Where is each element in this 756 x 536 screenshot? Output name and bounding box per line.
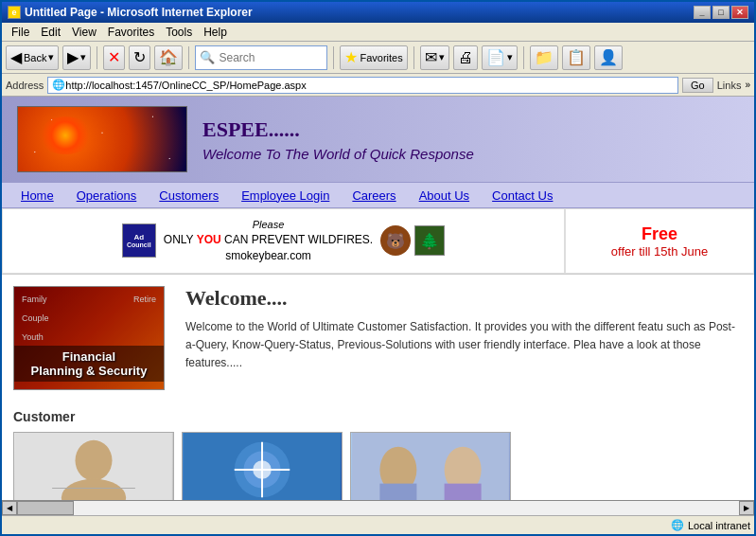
refresh-button[interactable]: ↻ (129, 45, 150, 70)
scroll-right-button[interactable]: ▶ (739, 501, 754, 515)
customer-image-1 (13, 432, 174, 500)
browser-window: e Untitled Page - Microsoft Internet Exp… (0, 0, 756, 536)
forward-button[interactable]: ▶ ▾ (62, 45, 91, 70)
toolbar-separator-4 (413, 46, 414, 69)
edit-button[interactable]: 📄 ▾ (482, 45, 518, 70)
nav-bar: Home Operations Customers Employee Login… (2, 182, 754, 208)
refresh-icon: ↻ (133, 48, 146, 66)
media-button[interactable]: 📋 (562, 45, 590, 70)
smokey-icons: 🐻 🌲 (380, 225, 445, 256)
menu-help[interactable]: Help (198, 24, 233, 41)
status-bar: 🌐 Local intranet (2, 515, 754, 534)
page-icon: 🌐 (52, 79, 65, 91)
glow-decoration (37, 116, 94, 154)
page-scroll-wrapper[interactable]: ESPEE...... Welcome To The World of Quic… (2, 97, 754, 500)
search-icon: 🔍 (200, 50, 215, 64)
mail-icon: ✉ (425, 48, 437, 66)
print-button[interactable]: 🖨 (453, 45, 478, 70)
site-subtitle: Welcome To The World of Quick Response (202, 146, 474, 162)
banner-area: Ad Council Please ONLY YOU CAN PREVENT W… (2, 208, 754, 275)
svg-rect-10 (352, 433, 509, 500)
messenger-button[interactable]: 👤 (594, 45, 623, 70)
nav-employee-login[interactable]: Employee Login (230, 185, 341, 206)
edit-icon: 📄 (486, 48, 505, 66)
favorites-star-icon: ★ (344, 48, 358, 66)
main-content: Family Retire Couple Youth FinancialPlan… (2, 275, 754, 402)
menu-file[interactable]: File (6, 24, 35, 41)
menu-view[interactable]: View (66, 24, 102, 41)
back-icon: ◀ (10, 48, 22, 66)
title-bar-left: e Untitled Page - Microsoft Internet Exp… (8, 6, 253, 19)
content-area: ESPEE...... Welcome To The World of Quic… (2, 97, 754, 515)
zone-icon: 🌐 (671, 519, 684, 531)
edit-dropdown-icon[interactable]: ▾ (507, 51, 513, 63)
council-text: Council (127, 241, 151, 248)
welcome-title: Welcome.... (185, 286, 743, 311)
horizontal-scrollbar[interactable]: ◀ ▶ (2, 500, 754, 515)
you-text: YOU (197, 233, 221, 246)
free-label: Free (642, 224, 677, 244)
minimize-button[interactable]: _ (694, 6, 711, 19)
favorites-button[interactable]: ★ Favorites (340, 45, 407, 70)
sidebar-image: Family Retire Couple Youth FinancialPlan… (13, 286, 165, 390)
banner-right: Free offer till 15th June (565, 208, 754, 274)
forward-icon: ▶ (67, 48, 79, 66)
svg-rect-14 (445, 484, 482, 500)
header-text: ESPEE...... Welcome To The World of Quic… (202, 117, 474, 162)
toolbar: ◀ Back ▾ ▶ ▾ ✕ ↻ 🏠 🔍 ★ Favorites ✉ (2, 42, 754, 74)
nav-contact-us[interactable]: Contact Us (481, 185, 564, 206)
links-label[interactable]: Links (717, 80, 742, 91)
scroll-track[interactable] (17, 501, 739, 515)
address-label: Address (6, 80, 44, 91)
bear-icon: 🐻 (380, 225, 411, 256)
home-button[interactable]: 🏠 (154, 45, 183, 70)
address-input-wrap[interactable]: 🌐 (47, 77, 678, 94)
favorites-label: Favorites (360, 52, 402, 63)
ad-council-box: Ad Council (122, 223, 156, 258)
nav-home[interactable]: Home (9, 185, 65, 206)
customer-images (13, 432, 743, 500)
nav-operations[interactable]: Operations (65, 185, 149, 206)
mail-button[interactable]: ✉ ▾ (420, 45, 449, 70)
links-expand-icon[interactable]: » (745, 80, 750, 90)
main-text: Welcome.... Welcome to the World of Ulti… (185, 286, 743, 390)
forward-dropdown-icon[interactable]: ▾ (80, 51, 86, 63)
scroll-left-button[interactable]: ◀ (2, 501, 17, 515)
nav-about-us[interactable]: About Us (408, 185, 481, 206)
toolbar-separator-5 (523, 46, 524, 69)
window-controls[interactable]: _ □ ✕ (694, 6, 748, 19)
menu-favorites[interactable]: Favorites (102, 24, 160, 41)
header-image (17, 106, 187, 172)
zone-text: Local intranet (688, 520, 750, 531)
menu-tools[interactable]: Tools (160, 24, 198, 41)
back-button[interactable]: ◀ Back ▾ (6, 45, 59, 70)
scroll-thumb[interactable] (17, 501, 74, 515)
search-box[interactable]: 🔍 (195, 45, 327, 70)
print-icon: 🖨 (458, 49, 473, 66)
nav-careers[interactable]: Careers (341, 185, 407, 206)
toolbar-separator-2 (188, 46, 189, 69)
stop-button[interactable]: ✕ (103, 45, 125, 70)
back-dropdown-icon[interactable]: ▾ (48, 51, 54, 63)
stop-icon: ✕ (108, 48, 120, 66)
go-button[interactable]: Go (682, 78, 713, 93)
site-header: ESPEE...... Welcome To The World of Quic… (2, 97, 754, 182)
site-title: ESPEE...... (202, 117, 474, 142)
title-bar: e Untitled Page - Microsoft Internet Exp… (2, 2, 754, 23)
mail-dropdown-icon[interactable]: ▾ (439, 51, 445, 63)
sidebar-title: FinancialPlanning & Security (14, 346, 164, 382)
nav-customers[interactable]: Customers (148, 185, 230, 206)
search-input[interactable] (219, 51, 313, 64)
home-icon: 🏠 (159, 48, 178, 66)
banner-left: Ad Council Please ONLY YOU CAN PREVENT W… (2, 208, 565, 274)
svg-point-1 (76, 440, 113, 481)
close-button[interactable]: ✕ (731, 6, 748, 19)
customer-image-2 (182, 432, 343, 500)
menu-edit[interactable]: Edit (35, 24, 66, 41)
folder-button[interactable]: 📁 (530, 45, 558, 70)
zone-indicator: 🌐 Local intranet (671, 519, 750, 531)
address-input[interactable] (65, 80, 674, 91)
smokey-banner: Ad Council Please ONLY YOU CAN PREVENT W… (114, 210, 452, 272)
customer-title: Customer (13, 409, 743, 424)
maximize-button[interactable]: □ (712, 6, 730, 19)
